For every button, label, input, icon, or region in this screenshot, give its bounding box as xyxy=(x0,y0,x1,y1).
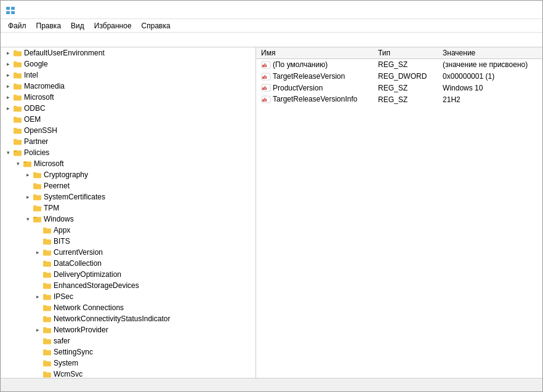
tree-node-enhancedstor[interactable]: EnhancedStorageDevices xyxy=(1,280,255,291)
tree-label-system: System xyxy=(54,359,78,367)
expand-btn-tpm[interactable] xyxy=(23,203,33,213)
tree-node-partner[interactable]: Partner xyxy=(1,136,255,147)
expand-btn-ipsec[interactable]: ▸ xyxy=(33,292,42,302)
svg-rect-15 xyxy=(14,84,22,89)
close-button[interactable] xyxy=(509,1,537,19)
svg-rect-21 xyxy=(14,106,22,111)
folder-icon-odbc xyxy=(13,103,23,113)
expand-btn-currentver[interactable]: ▸ xyxy=(33,247,42,257)
expand-btn-policies[interactable]: ▾ xyxy=(3,148,13,158)
tree-label-datacoll: DataCollection xyxy=(54,259,102,268)
folder-icon-syscerts xyxy=(33,192,42,202)
expand-btn-google[interactable]: ▸ xyxy=(3,59,13,69)
table-row[interactable]: ab TargetReleaseVersionREG_DWORD0x000000… xyxy=(256,71,542,82)
expand-btn-partner[interactable] xyxy=(3,137,13,146)
tree-label-windows: Windows xyxy=(44,215,74,223)
tree-node-tpm[interactable]: TPM xyxy=(1,202,255,214)
folder-icon-windows xyxy=(33,214,42,224)
expand-btn-microsoft[interactable]: ▸ xyxy=(3,92,13,102)
tree-node-ms-policies[interactable]: ▾ Microsoft xyxy=(1,158,255,169)
expand-btn-intel[interactable]: ▸ xyxy=(3,70,13,80)
expand-btn-netconn[interactable] xyxy=(33,303,42,313)
tree-node-netconnstatus[interactable]: NetworkConnectivityStatusIndicator xyxy=(1,313,255,324)
expand-btn-wcmsvc[interactable] xyxy=(33,369,42,378)
expand-btn-crypto[interactable]: ▸ xyxy=(23,170,33,180)
expand-btn-enhancedstor[interactable] xyxy=(33,281,42,290)
app-icon xyxy=(6,5,15,15)
tree-node-syscerts[interactable]: ▸ SystemCertificates xyxy=(1,191,255,202)
minimize-button[interactable] xyxy=(452,1,481,19)
tree-node-policies[interactable]: ▾ Policies xyxy=(1,147,255,158)
menu-item-избранное[interactable]: Избранное xyxy=(89,20,137,31)
svg-rect-42 xyxy=(33,184,41,189)
folder-icon-deliveryopt xyxy=(42,270,52,279)
maximize-button[interactable] xyxy=(481,1,509,19)
tree-node-microsoft[interactable]: ▸ Microsoft xyxy=(1,92,255,103)
expand-btn-settingsync[interactable] xyxy=(33,347,42,357)
tree-node-wcmsvc[interactable]: WcmSvc xyxy=(1,369,255,378)
tree-node-defaultuser[interactable]: ▸ DefaultUserEnvironment xyxy=(1,47,255,58)
expand-btn-odbc[interactable]: ▸ xyxy=(3,103,13,113)
expand-btn-ms-policies[interactable]: ▾ xyxy=(13,159,23,169)
tree-node-netprovider[interactable]: ▸ NetworkProvider xyxy=(1,324,255,335)
expand-btn-macromedia[interactable]: ▸ xyxy=(3,81,13,91)
tree-node-windows[interactable]: ▾ Windows xyxy=(1,214,255,225)
tree-node-bits[interactable]: BITS xyxy=(1,236,255,247)
tree-node-netconn[interactable]: Network Connections xyxy=(1,302,255,313)
tree-label-deliveryopt: DeliveryOptimization xyxy=(54,270,121,279)
svg-rect-18 xyxy=(14,95,22,100)
svg-rect-6 xyxy=(14,51,22,56)
svg-rect-27 xyxy=(14,129,22,134)
folder-icon-ms-policies xyxy=(23,159,33,169)
svg-rect-3 xyxy=(11,11,15,14)
expand-btn-bits[interactable] xyxy=(33,236,42,246)
expand-btn-syscerts[interactable]: ▸ xyxy=(23,192,33,202)
menu-item-файл[interactable]: Файл xyxy=(3,20,31,31)
tree-label-peernet: Peernet xyxy=(44,182,70,190)
tree-node-appx[interactable]: Appx xyxy=(1,225,255,236)
tree-node-deliveryopt[interactable]: DeliveryOptimization xyxy=(1,269,255,280)
tree-panel[interactable]: ▸ DefaultUserEnvironment▸ Google▸ Intel▸… xyxy=(1,47,256,378)
col-header-тип: Тип xyxy=(373,47,438,59)
menu-item-вид[interactable]: Вид xyxy=(66,20,89,31)
address-bar xyxy=(1,33,542,47)
tree-node-settingsync[interactable]: SettingSync xyxy=(1,346,255,358)
table-row[interactable]: ab (По умолчанию)REG_SZ(значение не прис… xyxy=(256,59,542,71)
tree-node-peernet[interactable]: Peernet xyxy=(1,180,255,191)
title-bar xyxy=(1,1,542,19)
expand-btn-oem[interactable] xyxy=(3,114,13,124)
table-row[interactable]: ab ProductVersionREG_SZWindows 10 xyxy=(256,82,542,94)
tree-node-crypto[interactable]: ▸ Cryptography xyxy=(1,169,255,180)
tree-node-datacoll[interactable]: DataCollection xyxy=(1,258,255,269)
expand-btn-peernet[interactable] xyxy=(23,181,33,191)
tree-node-odbc[interactable]: ▸ ODBC xyxy=(1,103,255,114)
menu-item-правка[interactable]: Правка xyxy=(31,20,66,31)
tree-node-system[interactable]: System xyxy=(1,358,255,369)
folder-icon-datacoll xyxy=(42,258,52,268)
expand-btn-netconnstatus[interactable] xyxy=(33,314,42,324)
tree-node-ipsec[interactable]: ▸ IPSec xyxy=(1,291,255,302)
expand-btn-windows[interactable]: ▾ xyxy=(23,214,33,224)
expand-btn-system[interactable] xyxy=(33,358,42,368)
folder-icon-macromedia xyxy=(13,81,23,91)
expand-btn-safer[interactable] xyxy=(33,336,42,346)
tree-node-google[interactable]: ▸ Google xyxy=(1,58,255,70)
tree-node-oem[interactable]: OEM xyxy=(1,114,255,125)
tree-node-intel[interactable]: ▸ Intel xyxy=(1,70,255,81)
expand-btn-appx[interactable] xyxy=(33,225,42,235)
menu-item-справка[interactable]: Справка xyxy=(137,20,175,31)
table-row[interactable]: ab TargetReleaseVersionInfoREG_SZ21H2 xyxy=(256,94,542,105)
tree-node-safer[interactable]: safer xyxy=(1,335,255,346)
expand-btn-defaultuser[interactable]: ▸ xyxy=(3,48,13,58)
expand-btn-deliveryopt[interactable] xyxy=(33,270,42,279)
expand-btn-openssh[interactable] xyxy=(3,126,13,135)
detail-panel[interactable]: ИмяТипЗначение ab (По умолчанию)REG_SZ(з… xyxy=(256,47,542,378)
tree-node-macromedia[interactable]: ▸ Macromedia xyxy=(1,81,255,92)
tree-node-openssh[interactable]: OpenSSH xyxy=(1,125,255,136)
folder-icon-safer xyxy=(42,336,52,346)
expand-btn-datacoll[interactable] xyxy=(33,258,42,268)
svg-rect-84 xyxy=(43,339,51,344)
svg-rect-57 xyxy=(43,239,51,244)
tree-node-currentver[interactable]: ▸ CurrentVersion xyxy=(1,247,255,258)
expand-btn-netprovider[interactable]: ▸ xyxy=(33,325,42,335)
